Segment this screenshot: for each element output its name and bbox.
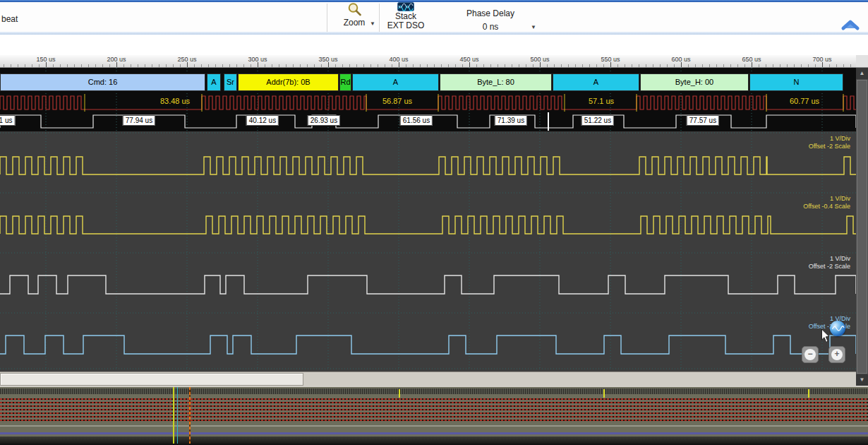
vertical-scrollbar-thumb[interactable] (857, 80, 867, 374)
channel-trace-ch3 (0, 275, 856, 294)
phase-delay-control[interactable]: Phase Delay 0 ns (455, 2, 526, 32)
channel-trace-ch1 (0, 157, 856, 174)
stack-ext-dso-button[interactable]: Stack EXT DSO (383, 2, 428, 32)
zoom-chevron-down-icon[interactable]: ▼ (370, 20, 375, 27)
ruler-tick-mark (752, 62, 752, 67)
protocol-segment-n[interactable]: N (749, 73, 843, 91)
zoom-in-float-button[interactable]: + (828, 346, 845, 363)
overview-data-row (0, 420, 868, 421)
overview-bottom-shade (0, 437, 868, 444)
scroll-up-button[interactable]: ▲ (856, 68, 868, 79)
zoom-tool-button[interactable]: Zoom ▼ (337, 2, 377, 32)
stack-dso-icon (397, 2, 414, 11)
overview-cursor-cyan[interactable] (177, 387, 178, 444)
scroll-down-button[interactable]: ▼ (856, 374, 868, 386)
overview-marker-tick (603, 389, 605, 398)
phase-delay-label: Phase Delay (455, 8, 526, 18)
dso-float-icon[interactable] (830, 321, 845, 336)
capture-overview-bar[interactable] (0, 387, 868, 444)
protocol-segment-a[interactable]: A (352, 73, 439, 91)
overview-mini-track (0, 388, 868, 394)
overview-marker-tick (399, 389, 400, 398)
protocol-segment-byte-l-80[interactable]: Byte_L: 80 (440, 73, 552, 91)
zoom-label: Zoom (337, 18, 371, 28)
stack-label-line2: EXT DSO (383, 20, 428, 30)
overview-data-row (0, 402, 868, 403)
timeline-ruler[interactable]: 150 us200 us250 us300 us350 us400 us450 … (0, 55, 856, 68)
overview-data-row (0, 409, 868, 410)
ruler-tick-mark (822, 62, 823, 67)
ruler-tick-mark (187, 62, 188, 67)
zoom-out-float-button[interactable]: − (802, 346, 819, 363)
toolbar-separator (327, 4, 327, 32)
ruler-corner (856, 55, 868, 68)
ruler-tick-mark (46, 62, 47, 67)
plus-icon: + (831, 349, 843, 360)
ruler-tick-mark (540, 62, 541, 67)
data-digital-trace (0, 115, 856, 128)
waveform-area[interactable]: Cmd: 16ASrAddr(7b): 0BRdAByte_L: 80AByte… (0, 68, 856, 372)
overview-position-cursor[interactable] (189, 387, 191, 444)
horizontal-scrollbar[interactable] (0, 372, 856, 386)
protocol-segment-byte-h-00[interactable]: Byte_H: 00 (640, 73, 749, 91)
channel-trace-ch2 (0, 216, 856, 234)
magnifier-icon (347, 2, 363, 17)
vertical-scrollbar[interactable]: ▲ ▼ (856, 68, 868, 386)
mouse-cursor-icon (821, 328, 831, 343)
ruler-tick-mark (116, 62, 117, 67)
overview-gray-track (0, 425, 868, 427)
ribbon-toolbar: beat Zoom ▼ Stack EXT DSO Phase Delay 0 … (0, 2, 868, 32)
phase-delay-dropdown-icon[interactable]: ▼ (531, 24, 536, 30)
ruler-tick-mark (399, 62, 399, 67)
protocol-segment-a[interactable]: A (207, 73, 221, 91)
horizontal-scrollbar-thumb[interactable] (0, 373, 303, 386)
channel-trace-ch4 (0, 336, 856, 354)
stack-label-line1: Stack (383, 11, 428, 21)
waveform-canvas (0, 68, 856, 372)
overview-purple-track (0, 432, 868, 434)
dso-sphere-wave-icon (830, 321, 845, 336)
protocol-segment-rd[interactable]: Rd (339, 73, 351, 91)
overview-data-row (0, 413, 868, 414)
clock-digital-trace (0, 96, 856, 109)
repeat-label[interactable]: beat (1, 14, 18, 24)
overview-data-row (0, 416, 868, 417)
minus-icon: − (804, 349, 816, 360)
overview-cursor-yellow[interactable] (173, 387, 174, 444)
collapse-ribbon-button[interactable] (840, 19, 861, 32)
ruler-tick-mark (328, 62, 329, 67)
overview-data-row (0, 405, 868, 407)
overview-marker-tick (808, 389, 809, 398)
toolbar-bottom-border (0, 32, 868, 35)
ruler-tick-mark (469, 62, 470, 67)
protocol-segment-cmd-16[interactable]: Cmd: 16 (0, 73, 205, 91)
ruler-tick-mark (610, 62, 611, 67)
phase-delay-value[interactable]: 0 ns (455, 22, 526, 32)
toolbar-separator (379, 4, 380, 32)
protocol-segment-a[interactable]: A (553, 73, 639, 91)
protocol-row: Cmd: 16ASrAddr(7b): 0BRdAByte_L: 80AByte… (0, 73, 856, 91)
protocol-segment-sr[interactable]: Sr (224, 73, 237, 91)
ruler-tick-mark (258, 62, 258, 67)
protocol-segment-addr-7b-0b[interactable]: Addr(7b): 0B (238, 73, 339, 91)
overview-data-row (0, 398, 868, 400)
ruler-tick-mark (681, 62, 682, 67)
